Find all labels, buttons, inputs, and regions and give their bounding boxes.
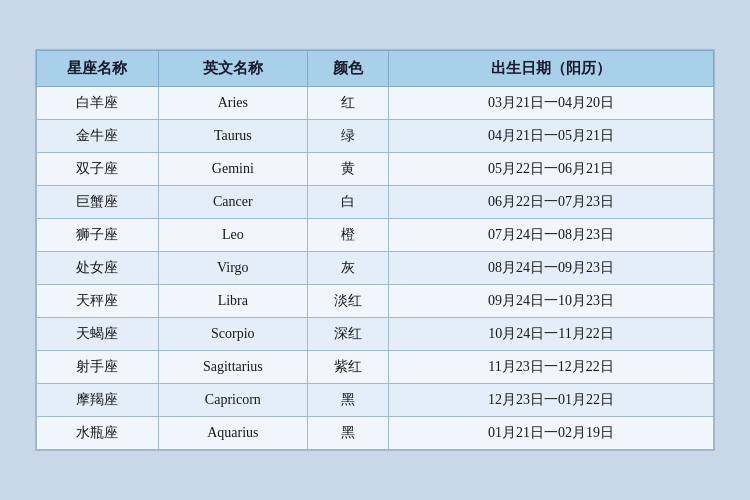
cell-birth-date: 07月24日一08月23日 xyxy=(389,219,714,252)
zodiac-table: 星座名称 英文名称 颜色 出生日期（阳历） 白羊座Aries红03月21日一04… xyxy=(36,50,714,450)
cell-color: 黑 xyxy=(307,417,388,450)
cell-english-name: Virgo xyxy=(158,252,307,285)
table-row: 巨蟹座Cancer白06月22日一07月23日 xyxy=(37,186,714,219)
table-row: 双子座Gemini黄05月22日一06月21日 xyxy=(37,153,714,186)
cell-color: 深红 xyxy=(307,318,388,351)
zodiac-table-container: 星座名称 英文名称 颜色 出生日期（阳历） 白羊座Aries红03月21日一04… xyxy=(35,49,715,451)
cell-chinese-name: 天秤座 xyxy=(37,285,159,318)
cell-chinese-name: 白羊座 xyxy=(37,87,159,120)
header-birth-date: 出生日期（阳历） xyxy=(389,51,714,87)
cell-english-name: Cancer xyxy=(158,186,307,219)
cell-birth-date: 08月24日一09月23日 xyxy=(389,252,714,285)
cell-color: 红 xyxy=(307,87,388,120)
cell-english-name: Aries xyxy=(158,87,307,120)
table-row: 天秤座Libra淡红09月24日一10月23日 xyxy=(37,285,714,318)
cell-chinese-name: 狮子座 xyxy=(37,219,159,252)
cell-birth-date: 11月23日一12月22日 xyxy=(389,351,714,384)
cell-chinese-name: 水瓶座 xyxy=(37,417,159,450)
cell-color: 淡红 xyxy=(307,285,388,318)
cell-english-name: Gemini xyxy=(158,153,307,186)
table-row: 水瓶座Aquarius黑01月21日一02月19日 xyxy=(37,417,714,450)
cell-chinese-name: 天蝎座 xyxy=(37,318,159,351)
cell-english-name: Aquarius xyxy=(158,417,307,450)
cell-color: 灰 xyxy=(307,252,388,285)
cell-birth-date: 05月22日一06月21日 xyxy=(389,153,714,186)
cell-color: 黄 xyxy=(307,153,388,186)
cell-chinese-name: 双子座 xyxy=(37,153,159,186)
cell-color: 黑 xyxy=(307,384,388,417)
cell-chinese-name: 摩羯座 xyxy=(37,384,159,417)
cell-color: 橙 xyxy=(307,219,388,252)
cell-birth-date: 12月23日一01月22日 xyxy=(389,384,714,417)
cell-english-name: Libra xyxy=(158,285,307,318)
table-row: 摩羯座Capricorn黑12月23日一01月22日 xyxy=(37,384,714,417)
cell-chinese-name: 射手座 xyxy=(37,351,159,384)
cell-birth-date: 10月24日一11月22日 xyxy=(389,318,714,351)
header-chinese-name: 星座名称 xyxy=(37,51,159,87)
cell-english-name: Capricorn xyxy=(158,384,307,417)
cell-chinese-name: 处女座 xyxy=(37,252,159,285)
header-color: 颜色 xyxy=(307,51,388,87)
cell-color: 绿 xyxy=(307,120,388,153)
cell-birth-date: 04月21日一05月21日 xyxy=(389,120,714,153)
table-header-row: 星座名称 英文名称 颜色 出生日期（阳历） xyxy=(37,51,714,87)
cell-birth-date: 06月22日一07月23日 xyxy=(389,186,714,219)
cell-color: 白 xyxy=(307,186,388,219)
cell-color: 紫红 xyxy=(307,351,388,384)
table-row: 金牛座Taurus绿04月21日一05月21日 xyxy=(37,120,714,153)
cell-chinese-name: 金牛座 xyxy=(37,120,159,153)
cell-birth-date: 03月21日一04月20日 xyxy=(389,87,714,120)
cell-english-name: Leo xyxy=(158,219,307,252)
cell-birth-date: 09月24日一10月23日 xyxy=(389,285,714,318)
table-row: 处女座Virgo灰08月24日一09月23日 xyxy=(37,252,714,285)
table-row: 白羊座Aries红03月21日一04月20日 xyxy=(37,87,714,120)
cell-english-name: Scorpio xyxy=(158,318,307,351)
cell-english-name: Taurus xyxy=(158,120,307,153)
cell-birth-date: 01月21日一02月19日 xyxy=(389,417,714,450)
cell-english-name: Sagittarius xyxy=(158,351,307,384)
header-english-name: 英文名称 xyxy=(158,51,307,87)
table-row: 狮子座Leo橙07月24日一08月23日 xyxy=(37,219,714,252)
table-row: 天蝎座Scorpio深红10月24日一11月22日 xyxy=(37,318,714,351)
cell-chinese-name: 巨蟹座 xyxy=(37,186,159,219)
table-row: 射手座Sagittarius紫红11月23日一12月22日 xyxy=(37,351,714,384)
